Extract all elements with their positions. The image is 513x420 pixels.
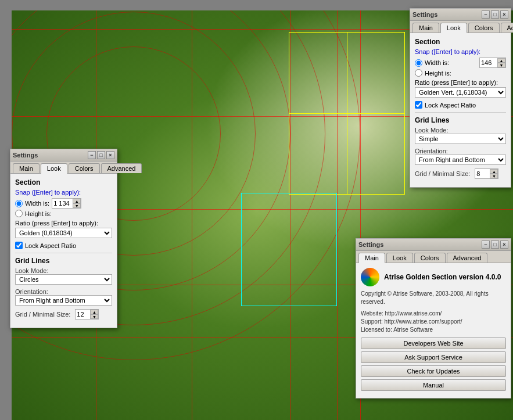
win-content-right: Section Snap ([Enter] to apply): Width i… xyxy=(410,33,511,187)
ratio-label-right: Ratio (press [Enter] to apply): xyxy=(415,79,506,86)
grid-title-right: Grid Lines xyxy=(415,116,506,124)
orientation-select-right[interactable]: From Right and Bottom From Left and Top … xyxy=(415,155,506,165)
width-label-right: Width is: xyxy=(425,59,449,66)
close-btn-info[interactable]: × xyxy=(500,240,508,249)
minimize-btn-left[interactable]: − xyxy=(88,151,96,159)
manual-btn[interactable]: Manual xyxy=(361,379,506,391)
height-label-left: Height is: xyxy=(25,210,52,217)
lock-aspect-label-left: Lock Aspect Ratio xyxy=(25,242,76,249)
look-mode-select-left[interactable]: Circles Simple None xyxy=(15,274,112,285)
width-spinner-left[interactable]: ▲ ▼ xyxy=(52,198,81,209)
minimize-btn-right[interactable]: − xyxy=(482,10,490,19)
titlebar-info: Settings − □ × xyxy=(356,239,511,251)
width-radio-row-right: Width is: ▲ ▼ xyxy=(415,58,506,68)
ratio-field-right: Golden Vert. (1,618034) Golden (0,618034… xyxy=(415,87,506,98)
width-down-left[interactable]: ▼ xyxy=(73,203,81,208)
grid-size-row-left: Grid / Minimal Size: ▲ ▼ xyxy=(15,309,112,320)
divider-right xyxy=(415,112,506,113)
grid-size-input-right[interactable] xyxy=(475,170,490,178)
grid-size-spinner-left[interactable]: ▲ ▼ xyxy=(75,309,99,320)
support-service-btn[interactable]: Ask Support Service xyxy=(361,351,506,363)
win-title-info: Settings xyxy=(358,241,383,248)
cyan-selection-rect xyxy=(241,193,337,306)
grid-size-label-left: Grid / Minimal Size: xyxy=(15,311,70,318)
tab-bar-left: Main Look Colors Advanced xyxy=(10,161,117,174)
close-btn-left[interactable]: × xyxy=(106,151,114,159)
tab-main-left[interactable]: Main xyxy=(13,163,40,173)
width-up-right[interactable]: ▲ xyxy=(497,58,505,63)
look-mode-field-right: Simple Circles None xyxy=(415,134,506,144)
restore-btn-info[interactable]: □ xyxy=(491,240,499,249)
tab-look-left[interactable]: Look xyxy=(41,163,67,174)
snap-label-left: Snap ([Enter] to apply): xyxy=(15,189,112,196)
restore-btn-right[interactable]: □ xyxy=(491,10,499,19)
app-logo xyxy=(361,268,379,286)
grid-size-label-right: Grid / Minimal Size: xyxy=(415,170,470,177)
grid-size-up-left[interactable]: ▲ xyxy=(90,310,98,314)
height-radio-right[interactable] xyxy=(415,69,422,77)
win-content-left: Section Snap ([Enter] to apply): Width i… xyxy=(10,174,117,328)
tab-colors-right[interactable]: Colors xyxy=(468,23,500,33)
ratio-select-right[interactable]: Golden Vert. (1,618034) Golden (0,618034… xyxy=(415,87,506,98)
win-title-right: Settings xyxy=(412,11,437,18)
grid-size-down-left[interactable]: ▼ xyxy=(90,314,98,319)
width-up-left[interactable]: ▲ xyxy=(73,199,81,203)
check-updates-btn[interactable]: Check for Updates xyxy=(361,365,506,377)
look-mode-label-right: Look Mode: xyxy=(415,127,506,134)
tab-main-right[interactable]: Main xyxy=(412,23,439,33)
width-label-left: Width is: xyxy=(25,200,49,207)
tab-look-info[interactable]: Look xyxy=(386,253,413,263)
tab-bar-info: Main Look Colors Advanced xyxy=(356,251,511,263)
height-radio-row-left: Height is: xyxy=(15,210,112,217)
lock-aspect-check-right[interactable] xyxy=(415,101,422,109)
website-text: Website: http://www.atrise.com/ Support:… xyxy=(361,310,506,334)
look-mode-select-right[interactable]: Simple Circles None xyxy=(415,134,506,144)
ratio-label-left: Ratio (press [Enter] to apply): xyxy=(15,220,112,227)
section-title-left: Section xyxy=(15,178,112,186)
settings-window-right: Settings − □ × Main Look Colors Advanced… xyxy=(410,8,511,188)
width-input-right[interactable] xyxy=(480,59,497,67)
tab-advanced-info[interactable]: Advanced xyxy=(447,253,488,263)
tab-colors-left[interactable]: Colors xyxy=(69,163,100,173)
tab-main-info[interactable]: Main xyxy=(358,253,385,263)
yellow-selection-rect xyxy=(289,32,405,195)
grid-size-input-left[interactable] xyxy=(76,310,90,318)
settings-window-info: Settings − □ × Main Look Colors Advanced… xyxy=(356,238,511,399)
width-down-right[interactable]: ▼ xyxy=(497,63,505,67)
width-input-left[interactable] xyxy=(52,199,73,207)
ratio-select-left[interactable]: Golden (0,618034) Golden Vert. (1,618034… xyxy=(15,228,112,238)
minimize-btn-info[interactable]: − xyxy=(482,240,490,249)
app-name: Atrise Golden Section version 4.0.0 xyxy=(384,273,501,281)
close-btn-right[interactable]: × xyxy=(500,10,508,19)
restore-btn-left[interactable]: □ xyxy=(97,151,105,159)
grid-title-left: Grid Lines xyxy=(15,257,112,265)
titlebar-left: Settings − □ × xyxy=(10,149,117,161)
orientation-label-right: Orientation: xyxy=(415,148,506,155)
tab-advanced-right[interactable]: Advanced xyxy=(501,23,514,33)
width-radio-right[interactable] xyxy=(415,59,422,67)
height-label-right: Height is: xyxy=(425,70,451,77)
width-radio-left[interactable] xyxy=(15,200,23,207)
grid-size-down-right[interactable]: ▼ xyxy=(490,174,498,178)
orientation-select-left[interactable]: From Right and Bottom From Left and Top … xyxy=(15,295,112,306)
copyright-text: Copyright © Atrise Software, 2003-2008, … xyxy=(361,290,506,306)
grid-size-up-right[interactable]: ▲ xyxy=(490,169,498,174)
lock-aspect-label-right: Lock Aspect Ratio xyxy=(425,102,476,109)
height-radio-left[interactable] xyxy=(15,210,23,217)
lock-aspect-check-left[interactable] xyxy=(15,242,23,249)
tab-colors-info[interactable]: Colors xyxy=(414,253,446,263)
width-spinner-right[interactable]: ▲ ▼ xyxy=(479,58,506,68)
tab-advanced-left[interactable]: Advanced xyxy=(101,163,142,173)
win-title-left: Settings xyxy=(13,152,38,159)
snap-label-right: Snap ([Enter] to apply): xyxy=(415,48,506,55)
developers-web-btn[interactable]: Developers Web Site xyxy=(361,338,506,349)
section-title-right: Section xyxy=(415,38,506,46)
tab-look-right[interactable]: Look xyxy=(440,23,467,33)
orientation-label-left: Orientation: xyxy=(15,288,112,295)
win-content-info: Atrise Golden Section version 4.0.0 Copy… xyxy=(356,263,511,398)
grid-size-spinner-right[interactable]: ▲ ▼ xyxy=(475,168,498,179)
height-radio-row-right: Height is: xyxy=(415,69,506,77)
app-logo-row: Atrise Golden Section version 4.0.0 xyxy=(361,268,506,286)
lock-aspect-row-right: Lock Aspect Ratio xyxy=(415,101,506,109)
grid-size-row-right: Grid / Minimal Size: ▲ ▼ xyxy=(415,168,506,179)
